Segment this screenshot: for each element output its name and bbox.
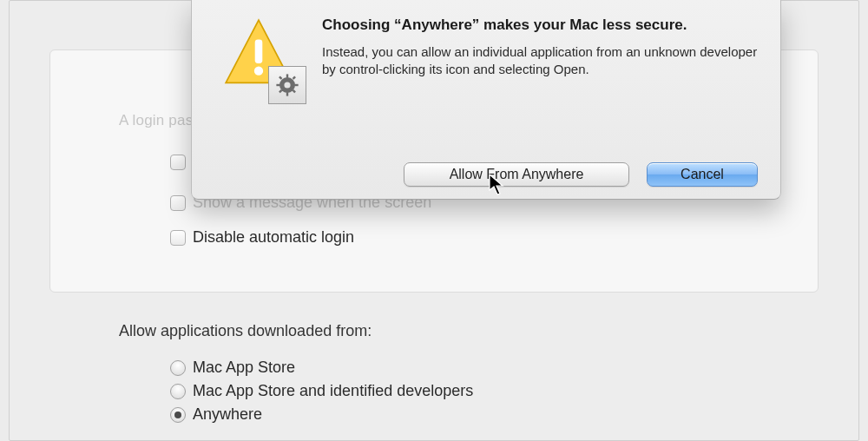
disable-auto-login-label: Disable automatic login bbox=[193, 228, 354, 247]
radio-mac-app-store[interactable] bbox=[170, 360, 186, 376]
svg-rect-4 bbox=[286, 74, 288, 77]
dialog-title: Choosing “Anywhere” makes your Mac less … bbox=[322, 16, 761, 35]
radio-mac-app-store-label: Mac App Store bbox=[193, 359, 295, 377]
radio-anywhere-label: Anywhere bbox=[193, 405, 262, 424]
radio-anywhere[interactable] bbox=[170, 407, 186, 423]
allow-applications-radio-group: Mac App Store Mac App Store and identifi… bbox=[170, 359, 473, 429]
svg-rect-10 bbox=[293, 76, 296, 79]
require-password-checkbox[interactable] bbox=[170, 155, 186, 170]
radio-identified-developers-label: Mac App Store and identified developers bbox=[193, 382, 473, 400]
radio-identified-developers[interactable] bbox=[170, 384, 186, 399]
gear-icon bbox=[268, 66, 306, 104]
disable-auto-login-checkbox[interactable] bbox=[170, 230, 186, 246]
dialog-body: Instead, you can allow an individual app… bbox=[322, 43, 761, 79]
radio-identified-developers-row[interactable]: Mac App Store and identified developers bbox=[170, 382, 473, 400]
svg-point-12 bbox=[284, 82, 290, 88]
show-message-checkbox[interactable] bbox=[170, 195, 186, 211]
disable-auto-login-row: Disable automatic login bbox=[170, 228, 354, 247]
confirmation-dialog: Choosing “Anywhere” makes your Mac less … bbox=[191, 0, 781, 200]
allow-applications-title: Allow applications downloaded from: bbox=[119, 322, 372, 340]
svg-rect-7 bbox=[294, 84, 298, 86]
svg-point-2 bbox=[254, 66, 263, 75]
svg-rect-5 bbox=[286, 92, 288, 95]
cancel-button[interactable]: Cancel bbox=[647, 162, 758, 187]
svg-rect-8 bbox=[279, 76, 282, 79]
allow-from-anywhere-button[interactable]: Allow From Anywhere bbox=[404, 162, 629, 187]
svg-rect-1 bbox=[255, 40, 263, 64]
radio-anywhere-row[interactable]: Anywhere bbox=[170, 405, 473, 424]
svg-rect-6 bbox=[276, 84, 279, 86]
radio-mac-app-store-row[interactable]: Mac App Store bbox=[170, 359, 473, 377]
